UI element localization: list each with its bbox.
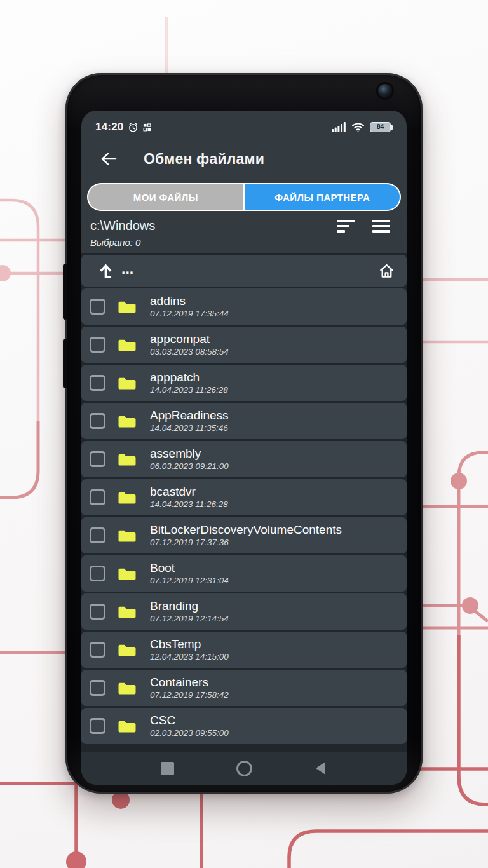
back-arrow-icon[interactable] bbox=[99, 151, 118, 167]
battery-icon: 84 bbox=[370, 122, 391, 132]
file-date: 07.12.2019 17:58:42 bbox=[150, 690, 229, 700]
file-date: 14.04.2023 11:35:46 bbox=[150, 423, 229, 433]
up-directory-row[interactable]: ... bbox=[81, 255, 407, 287]
file-date: 07.12.2019 12:31:04 bbox=[150, 576, 229, 586]
file-row[interactable]: CSC 02.03.2023 09:55:00 bbox=[81, 708, 407, 744]
current-path: c:\Windows bbox=[90, 219, 337, 233]
phone-frame: 14:20 bbox=[65, 73, 423, 794]
file-list: ... addins 07.12.2019 17:35:44 bbox=[81, 253, 407, 752]
folder-icon bbox=[118, 642, 137, 658]
file-row[interactable]: Containers 07.12.2019 17:58:42 bbox=[81, 670, 407, 706]
file-checkbox[interactable] bbox=[90, 718, 105, 734]
file-row[interactable]: AppReadiness 14.04.2023 11:35:46 bbox=[81, 403, 407, 439]
cell-signal-icon bbox=[332, 122, 346, 132]
app-screen: 14:20 bbox=[81, 111, 407, 785]
file-row[interactable]: addins 07.12.2019 17:35:44 bbox=[81, 288, 407, 325]
folder-icon bbox=[118, 490, 137, 505]
battery-percent: 84 bbox=[377, 124, 384, 130]
recents-button[interactable] bbox=[161, 762, 174, 775]
path-bar: c:\Windows bbox=[81, 214, 407, 233]
file-name: AppReadiness bbox=[150, 409, 229, 422]
file-name: apppatch bbox=[150, 370, 228, 384]
file-name: CSC bbox=[150, 714, 229, 727]
file-checkbox[interactable] bbox=[90, 527, 105, 543]
file-row[interactable]: BitLockerDiscoveryVolumeContents 07.12.2… bbox=[81, 517, 407, 553]
selected-count: Выбрано: 0 bbox=[81, 233, 407, 253]
file-date: 06.03.2023 09:21:00 bbox=[150, 461, 229, 471]
back-button[interactable] bbox=[315, 761, 327, 775]
android-nav-bar bbox=[81, 752, 407, 785]
file-name: bcastdvr bbox=[150, 485, 228, 498]
file-date: 12.04.2023 14:15:00 bbox=[150, 652, 229, 662]
file-date: 02.03.2023 09:55:00 bbox=[150, 728, 229, 738]
file-checkbox[interactable] bbox=[90, 375, 105, 391]
file-date: 03.03.2023 08:58:54 bbox=[150, 347, 229, 357]
file-name: appcompat bbox=[150, 332, 229, 346]
file-row[interactable]: assembly 06.03.2023 09:21:00 bbox=[81, 441, 407, 477]
folder-icon bbox=[118, 681, 137, 696]
home-button[interactable] bbox=[236, 761, 252, 776]
clock-time: 14:20 bbox=[95, 121, 123, 133]
page-title: Обмен файлами bbox=[144, 151, 264, 168]
tab-my-files[interactable]: МОИ ФАЙЛЫ bbox=[88, 184, 243, 210]
menu-icon[interactable] bbox=[372, 220, 390, 233]
folder-icon bbox=[118, 452, 137, 467]
file-date: 07.12.2019 12:14:54 bbox=[150, 614, 229, 624]
file-checkbox[interactable] bbox=[90, 337, 105, 353]
volume-button bbox=[63, 264, 67, 320]
file-checkbox[interactable] bbox=[90, 489, 105, 505]
status-bar: 14:20 bbox=[81, 111, 407, 139]
file-checkbox[interactable] bbox=[90, 413, 105, 429]
file-name: BitLockerDiscoveryVolumeContents bbox=[150, 523, 342, 536]
folder-icon bbox=[118, 566, 137, 581]
folder-icon bbox=[118, 414, 137, 429]
file-date: 14.04.2023 11:26:28 bbox=[150, 499, 228, 510]
wifi-icon bbox=[351, 122, 365, 132]
sort-icon[interactable] bbox=[337, 220, 355, 233]
arrow-up-icon bbox=[97, 261, 116, 280]
file-checkbox[interactable] bbox=[90, 299, 105, 315]
file-date: 07.12.2019 17:35:44 bbox=[150, 309, 229, 319]
tab-partner-files[interactable]: ФАЙЛЫ ПАРТНЕРА bbox=[245, 184, 400, 210]
folder-icon bbox=[118, 719, 137, 734]
up-directory-label: ... bbox=[121, 261, 133, 278]
app-header: Обмен файлами bbox=[81, 139, 407, 179]
file-name: Boot bbox=[150, 561, 229, 574]
file-row[interactable]: bcastdvr 14.04.2023 11:26:28 bbox=[81, 479, 407, 515]
file-name: Branding bbox=[150, 599, 229, 613]
file-name: addins bbox=[150, 294, 229, 308]
front-camera bbox=[378, 84, 392, 98]
file-date: 14.04.2023 11:26:28 bbox=[150, 385, 228, 395]
file-row[interactable]: apppatch 14.04.2023 11:26:28 bbox=[81, 365, 407, 401]
folder-icon bbox=[118, 528, 137, 543]
file-checkbox[interactable] bbox=[90, 642, 105, 658]
file-row[interactable]: appcompat 03.03.2023 08:58:54 bbox=[81, 327, 407, 363]
folder-icon bbox=[118, 604, 137, 620]
folder-icon bbox=[118, 376, 137, 391]
file-date: 07.12.2019 17:37:36 bbox=[150, 538, 342, 548]
widgets-icon bbox=[143, 123, 151, 132]
folder-icon bbox=[118, 299, 137, 315]
alarm-icon bbox=[128, 122, 139, 133]
power-button bbox=[63, 339, 67, 388]
file-name: CbsTemp bbox=[150, 637, 229, 651]
file-checkbox[interactable] bbox=[90, 680, 105, 696]
file-name: assembly bbox=[150, 447, 229, 460]
file-checkbox[interactable] bbox=[90, 604, 105, 620]
home-icon[interactable] bbox=[378, 262, 395, 280]
file-name: Containers bbox=[150, 675, 229, 689]
file-checkbox[interactable] bbox=[90, 451, 105, 467]
file-row[interactable]: CbsTemp 12.04.2023 14:15:00 bbox=[81, 632, 407, 668]
file-row[interactable]: Branding 07.12.2019 12:14:54 bbox=[81, 593, 407, 630]
file-row[interactable]: Boot 07.12.2019 12:31:04 bbox=[81, 555, 407, 592]
tab-switcher: МОИ ФАЙЛЫ ФАЙЛЫ ПАРТНЕРА bbox=[87, 183, 401, 211]
file-checkbox[interactable] bbox=[90, 566, 105, 581]
folder-icon bbox=[118, 337, 137, 353]
